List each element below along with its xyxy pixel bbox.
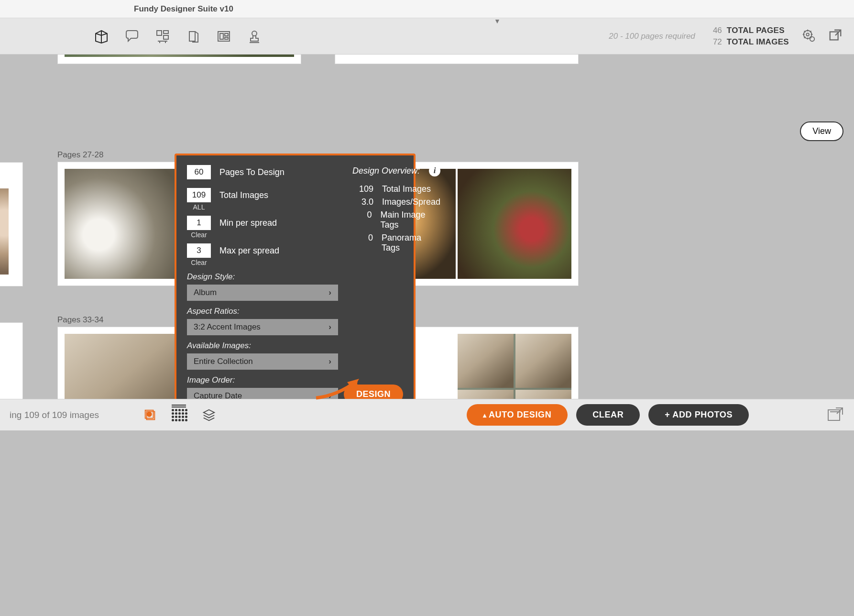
svg-point-9 xyxy=(806,33,809,36)
pages-to-design-input[interactable] xyxy=(187,165,211,179)
spread-photo xyxy=(65,334,178,399)
active-caret-icon: ▼ xyxy=(494,17,501,25)
footer-bar: ing 109 of 109 images ▴ AUTO DESIGN CLEA… xyxy=(0,399,854,430)
max-per-spread-input[interactable] xyxy=(187,243,211,258)
aspect-ratios-value: 3:2 Accent Images xyxy=(194,322,261,332)
svg-point-10 xyxy=(810,36,814,41)
view-button[interactable]: View xyxy=(800,121,843,141)
spread-photo xyxy=(458,390,514,399)
svg-rect-0 xyxy=(157,31,162,35)
svg-rect-2 xyxy=(164,35,168,39)
layers-icon[interactable] xyxy=(202,408,216,422)
auto-design-button[interactable]: ▴ AUTO DESIGN xyxy=(467,404,568,426)
spread-photo xyxy=(458,169,571,279)
spread-top-right[interactable] xyxy=(335,55,579,64)
svg-rect-1 xyxy=(164,31,168,33)
image-order-heading: Image Order: xyxy=(187,375,338,385)
stack-view-icon[interactable] xyxy=(143,408,157,422)
total-images-input[interactable] xyxy=(187,188,211,202)
cards-icon[interactable] xyxy=(185,28,202,45)
spread-top-left[interactable] xyxy=(57,55,301,64)
total-pages-label: TOTAL PAGES xyxy=(727,26,785,35)
svg-rect-11 xyxy=(830,32,838,40)
min-clear-link[interactable]: Clear xyxy=(187,231,211,239)
aspect-ratios-select[interactable]: 3:2 Accent Images › xyxy=(187,319,338,335)
spread-photo xyxy=(65,55,294,57)
max-per-spread-label: Max per spread xyxy=(219,246,279,256)
available-images-heading: Available Images: xyxy=(187,341,338,351)
design-overview-heading: Design Overview: xyxy=(352,166,420,176)
overview-panorama-label: Panorama Tags xyxy=(382,233,440,253)
svg-point-15 xyxy=(147,412,151,416)
min-per-spread-input[interactable] xyxy=(187,216,211,230)
total-images-all-link[interactable]: ALL xyxy=(187,203,211,211)
spreads-canvas[interactable]: Pages 27-28 . Pages 33-34 . xyxy=(0,55,854,399)
overview-main-tags-label: Main Image Tags xyxy=(380,210,440,230)
design-style-value: Album xyxy=(194,288,217,297)
overview-images-per-spread-num: 3.0 xyxy=(352,197,373,207)
overview-images-per-spread-label: Images/Spread xyxy=(382,197,440,207)
chevron-up-icon: ▴ xyxy=(483,411,487,419)
design-style-heading: Design Style: xyxy=(187,272,338,282)
min-per-spread-label: Min per spread xyxy=(219,218,277,228)
spread-photo xyxy=(515,334,571,388)
total-images-count: 72 xyxy=(708,37,722,47)
title-bar: Fundy Designer Suite v10 xyxy=(0,0,854,18)
svg-point-7 xyxy=(252,31,257,36)
image-order-select[interactable]: Capture Date › xyxy=(187,388,338,399)
stamp-icon[interactable] xyxy=(246,28,263,45)
spread-peek-left-2[interactable] xyxy=(0,322,23,399)
overview-total-images-label: Total Images xyxy=(382,184,431,194)
image-count-status: ing 109 of 109 images xyxy=(10,410,99,420)
overview-total-images-num: 109 xyxy=(352,184,373,194)
image-order-value: Capture Date xyxy=(194,391,242,399)
available-images-value: Entire Collection xyxy=(194,357,253,366)
overview-panorama-num: 0 xyxy=(352,233,373,253)
wall-art-icon[interactable] xyxy=(154,28,171,45)
spread-photo xyxy=(515,390,571,399)
grid-view-icon[interactable] xyxy=(172,409,187,421)
total-images-input-label: Total Images xyxy=(219,190,268,200)
spread-photo xyxy=(458,334,514,388)
settings-gear-icon[interactable] xyxy=(801,28,816,44)
auto-design-popup: Pages To Design Total Images ALL Min per… xyxy=(175,154,416,399)
svg-rect-4 xyxy=(220,33,223,39)
spread-photo xyxy=(65,169,178,279)
total-pages-count: 46 xyxy=(708,26,722,35)
auto-design-label: AUTO DESIGN xyxy=(489,410,551,420)
design-style-select[interactable]: Album › xyxy=(187,285,338,301)
info-icon[interactable]: i xyxy=(429,165,440,176)
toolbar: ▼ 20 - 100 pages required 46 TOTAL PAGES xyxy=(0,18,854,55)
toolbar-mode-icons: ▼ xyxy=(93,28,263,45)
chevron-right-icon: › xyxy=(328,288,331,297)
chevron-right-icon: › xyxy=(328,357,331,366)
total-images-label: TOTAL IMAGES xyxy=(727,37,789,47)
chevron-right-icon: › xyxy=(328,391,331,399)
chevron-right-icon: › xyxy=(328,322,331,332)
pages-required-text: 20 - 100 pages required xyxy=(609,32,695,41)
overview-main-tags-num: 0 xyxy=(352,210,372,230)
app-title: Fundy Designer Suite v10 xyxy=(134,4,233,14)
max-clear-link[interactable]: Clear xyxy=(187,259,211,266)
available-images-select[interactable]: Entire Collection › xyxy=(187,353,338,370)
clear-button[interactable]: CLEAR xyxy=(576,404,640,426)
photo-peek-face xyxy=(0,188,9,275)
design-button[interactable]: DESIGN xyxy=(344,385,403,399)
pages-to-design-label: Pages To Design xyxy=(219,167,285,177)
svg-rect-6 xyxy=(225,37,228,39)
aspect-ratios-heading: Aspect Ratios: xyxy=(187,307,338,316)
popout-icon[interactable] xyxy=(828,28,843,44)
chat-icon[interactable] xyxy=(123,28,141,45)
add-photos-button[interactable]: + ADD PHOTOS xyxy=(648,404,749,426)
page-image-stats: 46 TOTAL PAGES 72 TOTAL IMAGES xyxy=(708,26,789,47)
open-external-icon[interactable] xyxy=(826,405,844,425)
album-design-icon[interactable] xyxy=(93,28,110,45)
svg-rect-5 xyxy=(225,33,228,36)
gallery-icon[interactable] xyxy=(215,28,232,45)
